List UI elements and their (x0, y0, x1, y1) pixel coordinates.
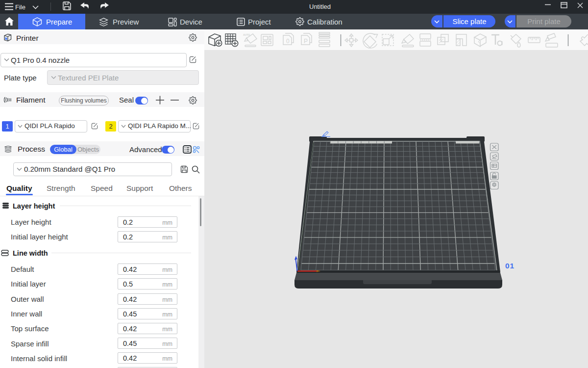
svg-text:AUTO: AUTO (243, 33, 250, 36)
svg-text:01: 01 (505, 262, 514, 270)
svg-text:0: 0 (286, 38, 290, 45)
svg-text:P: P (304, 38, 308, 45)
